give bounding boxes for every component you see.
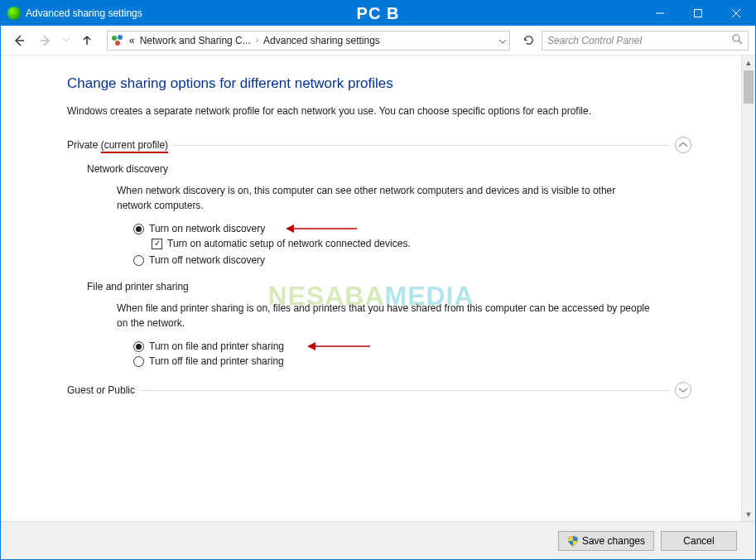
address-bar[interactable]: « Network and Sharing C... › Advanced sh… [107, 31, 510, 51]
footer: Save changes Cancel [1, 521, 755, 559]
file-printer-title: File and printer sharing [87, 281, 691, 292]
scroll-down-icon[interactable]: ▼ [742, 507, 755, 521]
search-icon [732, 34, 743, 47]
expand-icon[interactable] [675, 382, 691, 398]
section-label-private: Private (current profile) [67, 139, 168, 151]
maximize-button[interactable] [679, 1, 717, 26]
window-title: Advanced sharing settings [26, 7, 142, 19]
network-sharing-icon [111, 34, 124, 47]
page-intro: Windows creates a separate network profi… [67, 104, 663, 118]
radio-icon [133, 356, 144, 367]
radio-icon [133, 255, 144, 266]
network-discovery-title: Network discovery [87, 163, 691, 175]
search-input[interactable]: Search Control Panel [542, 31, 749, 51]
scroll-up-icon[interactable]: ▲ [742, 56, 755, 70]
radio-network-discovery-off[interactable]: Turn off network discovery [133, 254, 691, 266]
svg-point-6 [112, 36, 117, 41]
svg-point-8 [115, 41, 120, 46]
app-icon [7, 7, 21, 20]
breadcrumb-prefix: « [129, 35, 135, 46]
radio-icon [133, 341, 144, 352]
pc-label: PC B [357, 4, 400, 23]
recent-dropdown[interactable] [60, 29, 72, 52]
radio-icon [133, 224, 144, 234]
divider [140, 390, 670, 391]
current-profile-marker: (current profile) [101, 139, 168, 153]
window-controls [641, 1, 755, 26]
refresh-button[interactable] [518, 31, 538, 51]
address-dropdown-icon[interactable] [499, 35, 506, 46]
up-button[interactable] [75, 29, 99, 52]
radio-file-printer-off[interactable]: Turn off file and printer sharing [133, 355, 691, 367]
back-button[interactable] [7, 29, 31, 52]
radio-file-printer-on[interactable]: Turn on file and printer sharing [133, 340, 691, 352]
page-title: Change sharing options for different net… [67, 75, 691, 92]
chevron-right-icon[interactable]: › [256, 36, 258, 45]
cancel-button[interactable]: Cancel [661, 531, 737, 551]
save-changes-button[interactable]: Save changes [558, 531, 654, 551]
search-placeholder: Search Control Panel [547, 35, 642, 46]
scrollbar-thumb[interactable] [744, 70, 754, 104]
breadcrumb-item-network[interactable]: Network and Sharing C... [140, 35, 251, 46]
svg-rect-1 [695, 10, 702, 17]
collapse-icon[interactable] [675, 137, 691, 153]
checkbox-auto-setup[interactable]: ✓ Turn on automatic setup of network con… [133, 238, 691, 249]
svg-point-7 [118, 35, 123, 40]
section-header-private[interactable]: Private (current profile) [67, 137, 691, 153]
divider [173, 145, 670, 146]
svg-point-9 [733, 35, 739, 41]
breadcrumb-item-advanced[interactable]: Advanced sharing settings [263, 35, 380, 46]
network-discovery-desc: When network discovery is on, this compu… [87, 183, 650, 213]
navigation-bar: « Network and Sharing C... › Advanced sh… [1, 26, 755, 56]
section-header-guest[interactable]: Guest or Public [67, 382, 691, 398]
section-label-guest: Guest or Public [67, 384, 135, 396]
annotation-arrow-icon [284, 224, 359, 234]
annotation-arrow-icon [306, 341, 372, 351]
checkbox-icon: ✓ [152, 239, 162, 249]
svg-line-10 [739, 41, 742, 44]
shield-icon [567, 535, 579, 547]
close-button[interactable] [717, 1, 755, 26]
content-area: NESABAMEDIA Change sharing options for d… [1, 56, 741, 521]
titlebar: Advanced sharing settings PC B [1, 1, 755, 26]
file-printer-desc: When file and printer sharing is on, fil… [87, 301, 650, 331]
radio-network-discovery-on[interactable]: Turn on network discovery [133, 223, 691, 234]
forward-button[interactable] [34, 29, 57, 52]
vertical-scrollbar[interactable]: ▲ ▼ [741, 56, 755, 521]
minimize-button[interactable] [641, 1, 679, 26]
